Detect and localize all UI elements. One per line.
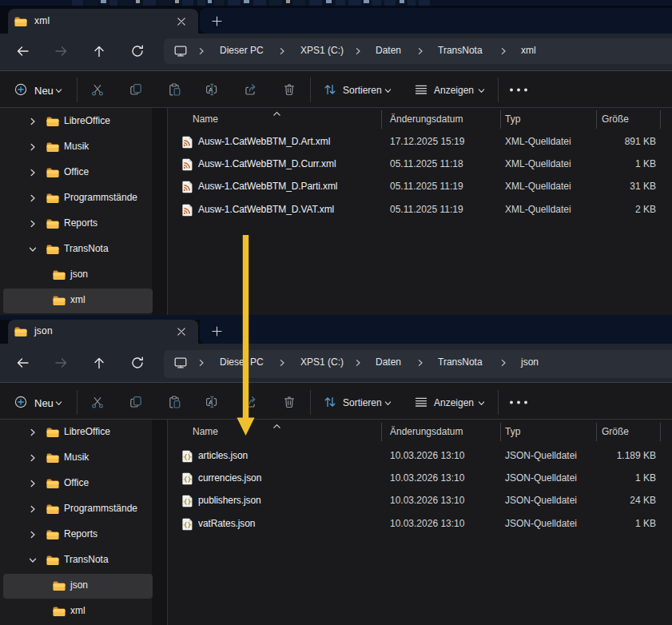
- svg-text:A: A: [209, 399, 213, 406]
- svg-text:A: A: [209, 86, 213, 94]
